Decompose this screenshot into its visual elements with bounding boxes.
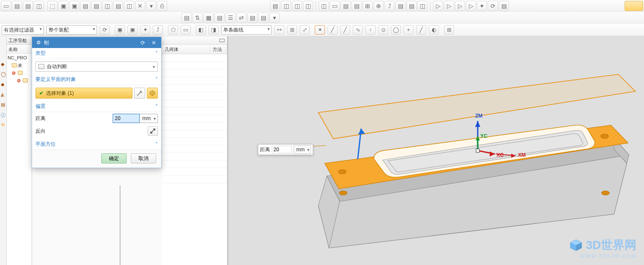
filter-button[interactable]: ↦: [274, 25, 284, 35]
filter-button[interactable]: ▣: [115, 25, 125, 35]
toolbar-button[interactable]: ▤: [258, 13, 268, 23]
toolbar-button[interactable]: ▤: [214, 13, 225, 23]
section-object-header[interactable]: 要定义平面的对象 ˄: [32, 74, 161, 85]
snap-node-button[interactable]: ╱: [416, 25, 426, 35]
rail-icon[interactable]: ◆: [1, 62, 6, 67]
type-select[interactable]: 自动判断: [35, 62, 158, 72]
dialog-close-icon[interactable]: ✕: [149, 39, 158, 46]
section-offset-header[interactable]: 偏置 ˄: [32, 101, 161, 112]
toolbar-button[interactable]: ☰: [225, 13, 235, 23]
toolbar-button[interactable]: ⊞: [363, 1, 373, 11]
snap-cursor-button[interactable]: +: [134, 88, 145, 99]
toolbar-button[interactable]: ⬚: [47, 1, 57, 11]
toolbar-button[interactable]: ◫: [281, 1, 291, 11]
toolbar-button[interactable]: ▾: [269, 13, 279, 23]
rail-icon[interactable]: ⟲: [1, 122, 6, 127]
toolbar-button[interactable]: ▭: [330, 1, 340, 11]
cancel-button[interactable]: 取消: [131, 153, 156, 163]
reverse-direction-button[interactable]: [148, 126, 158, 136]
curve-select[interactable]: 单条曲线: [221, 25, 272, 35]
snap-center-button[interactable]: ⊙: [378, 25, 388, 35]
toolbar-button[interactable]: ▷: [433, 1, 443, 11]
toolbar-button[interactable]: ✕: [135, 1, 145, 11]
toolbar-button[interactable]: ▤: [341, 1, 351, 11]
toolbar-button[interactable]: ▤: [247, 13, 257, 23]
toolbar-button[interactable]: ▤: [395, 1, 406, 11]
filter-button[interactable]: ◨: [208, 25, 219, 35]
viewport[interactable]: ZM YC XC XM 距离 mm: [228, 36, 644, 265]
snap-near-button[interactable]: ◐: [429, 25, 439, 35]
snap-perpendicular-button[interactable]: ↑: [365, 25, 376, 35]
distance-unit-select[interactable]: mm: [140, 114, 158, 123]
vp-distance-unit[interactable]: mm: [294, 145, 311, 154]
toolbar-button[interactable]: ▷: [466, 1, 476, 11]
toolbar-button[interactable]: ⤴: [384, 1, 395, 11]
toolbar-button[interactable]: ⊕: [373, 1, 384, 11]
pick-target-button[interactable]: [147, 88, 158, 99]
toolbar-button[interactable]: ▤: [91, 1, 101, 11]
toolbar-button[interactable]: ◫: [34, 1, 44, 11]
toolbar-button[interactable]: ▤: [270, 1, 280, 11]
toolbar-button[interactable]: ▤: [80, 1, 90, 11]
dialog-refresh-icon[interactable]: ⟳: [138, 39, 147, 46]
filter-button[interactable]: ⊞: [444, 25, 454, 35]
toolbar-button[interactable]: ▤: [23, 1, 33, 11]
vp-distance-field[interactable]: [272, 146, 292, 153]
toolbar-button[interactable]: ▤: [12, 1, 22, 11]
dialog-titlebar[interactable]: ⚙ 刨 ⟳ ✕: [32, 37, 161, 48]
mid-nav-col-geom[interactable]: 几何体: [162, 45, 210, 54]
toolbar-button[interactable]: ▷: [444, 1, 454, 11]
section-type-header[interactable]: 类型 ˄: [32, 48, 161, 59]
rail-icon[interactable]: ◯: [1, 72, 6, 77]
assembly-select[interactable]: 整个装配: [46, 25, 97, 35]
rail-icon[interactable]: ⓘ: [1, 112, 6, 117]
snap-quadrant-button[interactable]: ◯: [391, 25, 401, 35]
snap-button[interactable]: ✶: [315, 25, 325, 35]
toolbar-button[interactable]: ⇄: [236, 13, 246, 23]
toolbar-button[interactable]: ◫: [292, 1, 302, 11]
filter-button[interactable]: ⊞: [287, 25, 297, 35]
toolbar-button[interactable]: [625, 1, 643, 11]
snap-midpoint-button[interactable]: ╱: [340, 25, 350, 35]
toolbar-button[interactable]: ▤: [352, 1, 362, 11]
snap-tangent-button[interactable]: ∿: [353, 25, 363, 35]
filter-button[interactable]: ✦: [140, 25, 150, 35]
toolbar-button[interactable]: ⇅: [192, 13, 203, 23]
selection-filter-select[interactable]: 有选择过滤器: [2, 25, 44, 35]
filter-button[interactable]: ⬠: [168, 25, 178, 35]
toolbar-button[interactable]: ⟳: [488, 1, 498, 11]
mid-nav-col-method[interactable]: 方法: [210, 45, 227, 54]
toolbar-button[interactable]: ▣: [58, 1, 68, 11]
toolbar-button[interactable]: ✦: [477, 1, 487, 11]
select-object-button[interactable]: ✔ 选择对象 (1): [35, 88, 133, 99]
toolbar-button[interactable]: ▤: [181, 13, 192, 23]
tree-row[interactable]: ⊘: [7, 77, 32, 84]
tree-row[interactable]: ⊘: [7, 69, 32, 77]
tree-row[interactable]: 未: [7, 62, 32, 69]
toolbar-button[interactable]: ▦: [203, 13, 214, 23]
toolbar-button[interactable]: ▷: [455, 1, 465, 11]
distance-input[interactable]: [113, 114, 140, 123]
toolbar-button[interactable]: ▣: [69, 1, 79, 11]
toolbar-button[interactable]: ◫: [124, 1, 134, 11]
toolbar-button[interactable]: ▾: [146, 1, 156, 11]
toolbar-button[interactable]: ◫: [303, 1, 313, 11]
filter-button[interactable]: ⟳: [100, 25, 110, 35]
rail-icon[interactable]: ◆: [1, 82, 6, 87]
ok-button[interactable]: 确定: [101, 153, 127, 163]
toolbar-button[interactable]: ▤: [499, 1, 509, 11]
rail-icon[interactable]: ▤: [1, 102, 6, 107]
toolbar-button[interactable]: ⎙: [157, 1, 167, 11]
toolbar-button[interactable]: ◫: [319, 1, 329, 11]
viewport-distance-input[interactable]: 距离 mm: [258, 144, 313, 155]
filter-button[interactable]: ▣: [127, 25, 138, 35]
filter-button[interactable]: ⤴: [153, 25, 163, 35]
toolbar-button[interactable]: ▭: [1, 1, 11, 11]
filter-button[interactable]: ▭: [181, 25, 191, 35]
toolbar-button[interactable]: ◫: [102, 1, 112, 11]
section-orient-header[interactable]: 平面方位 ˅: [32, 139, 161, 150]
toolbar-button[interactable]: ▤: [113, 1, 123, 11]
rail-icon[interactable]: ◭: [1, 92, 6, 97]
snap-intersection-button[interactable]: +: [403, 25, 414, 35]
filter-button[interactable]: ⤢: [300, 25, 310, 35]
